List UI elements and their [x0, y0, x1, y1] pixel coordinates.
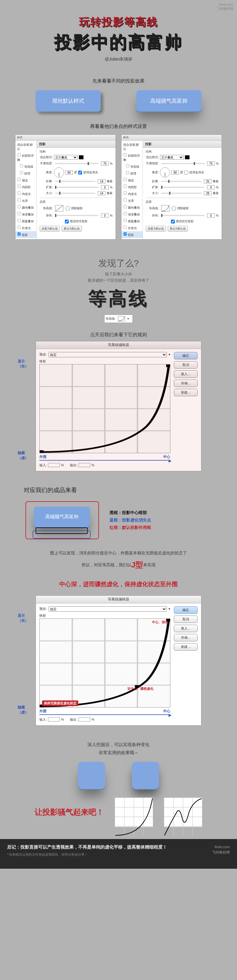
color-swatch[interactable] — [185, 155, 190, 159]
big-contour-text: 等高线 — [0, 286, 237, 311]
preset-select[interactable]: 自定 — [49, 352, 167, 357]
side-item[interactable]: 渐变叠加 — [16, 211, 36, 218]
input-field[interactable] — [48, 718, 60, 722]
antialias-check[interactable] — [66, 207, 70, 210]
contour-graph[interactable]: 中心、深色 近中心、骤然虚化 保持无限接近虚化状态 — [40, 619, 170, 708]
size-input[interactable] — [204, 191, 212, 195]
set-default-button[interactable]: 设置为默认值 — [146, 226, 166, 232]
contour-thumb[interactable] — [55, 205, 63, 212]
hero-author: @Julien朱璘讲 — [0, 57, 237, 62]
editor-title: 等高线编辑器 — [36, 341, 201, 349]
load-button[interactable]: 载入... — [174, 625, 198, 632]
svg-rect-6 — [40, 450, 44, 453]
side-item[interactable]: 混合选项:默认 — [122, 142, 142, 152]
callout-text: 点开后我们来看下它的规则 — [0, 332, 237, 338]
side-item[interactable]: 斜面和浮雕 — [16, 152, 36, 163]
ok-button[interactable]: 确定 — [174, 606, 198, 614]
ok-button[interactable]: 确定 — [174, 352, 198, 360]
save-button[interactable]: 存储... — [174, 634, 198, 641]
gear-icon[interactable]: ▾ — [169, 607, 170, 611]
side-item[interactable]: 混合选项:默认 — [16, 142, 36, 152]
annot-near-center: 近中心、骤然虚化 — [127, 686, 153, 691]
side-item[interactable]: 外发光 — [16, 224, 36, 231]
sample-swatch-2 — [132, 762, 159, 789]
side-item[interactable]: 图案叠加 — [16, 218, 36, 224]
antialias-check[interactable] — [172, 207, 176, 210]
side-item[interactable]: 等高线 — [16, 163, 36, 170]
distance-input[interactable] — [98, 179, 106, 183]
set-default-button[interactable]: 设置为默认值 — [40, 226, 60, 232]
side-item[interactable]: 图案叠加 — [122, 218, 142, 224]
output-field[interactable] — [79, 718, 90, 722]
save-button[interactable]: 存储... — [174, 380, 198, 387]
noise-input[interactable] — [101, 213, 109, 218]
side-item[interactable]: 斜面和浮雕 — [122, 152, 142, 163]
notes: 图上可以发现，消失的部分接近中心，外围基本都在无限临近虚化的状态了 所以，对应等… — [0, 549, 237, 573]
cancel-button[interactable]: 取消 — [174, 361, 198, 369]
global-light-check[interactable] — [184, 171, 188, 175]
side-item[interactable]: 纹理 — [122, 170, 142, 177]
opacity-input[interactable] — [207, 161, 215, 165]
angle-dial[interactable] — [54, 167, 64, 178]
blend-mode-select[interactable]: 正片叠底 — [54, 155, 77, 160]
contour-graph[interactable] — [40, 364, 170, 453]
angle-dial[interactable] — [160, 167, 170, 178]
drop-shadow-header: 投影 — [37, 141, 115, 148]
noise-input[interactable] — [207, 213, 215, 218]
side-item[interactable]: 等高线 — [122, 163, 142, 170]
discover-question: 发现了么? — [0, 257, 237, 269]
angle-input[interactable] — [65, 170, 73, 175]
side-item[interactable]: 描边 — [16, 177, 36, 183]
side-item[interactable]: 渐变叠加 — [122, 211, 142, 218]
layer-style-panel-left: 样式 混合选项:默认 斜面和浮雕 等高线 纹理 描边 内阴影 内发光 光泽 颜色… — [15, 134, 116, 240]
preset-select[interactable]: 自定 — [49, 606, 167, 612]
spread-input[interactable] — [101, 185, 109, 189]
input-field[interactable] — [48, 463, 60, 467]
panels-intro: 再看看他们各自的样式设置 — [0, 124, 237, 130]
contour-editor-1: 显示（实） 隐藏（虚） 等高线编辑器 预设:自定▾ 映射 外围中心 ▶ 输入: … — [36, 341, 201, 471]
knockout-check[interactable] — [65, 220, 69, 223]
side-item-shadow[interactable]: 投影 — [16, 231, 36, 238]
label-show: 显示（实） — [18, 359, 34, 369]
label-hide: 隐藏（虚） — [18, 450, 34, 461]
frame-black — [36, 527, 88, 534]
hero-title: 投影中的高富帅 — [0, 30, 237, 54]
color-swatch[interactable] — [79, 155, 84, 159]
side-item[interactable]: 颜色叠加 — [122, 204, 142, 211]
knockout-check[interactable] — [171, 220, 175, 223]
contour-picker[interactable]: 等高线: ▾ — [104, 315, 133, 323]
opacity-input[interactable] — [101, 161, 109, 165]
side-item[interactable]: 内发光 — [122, 190, 142, 197]
drop-shadow-header: 投影 — [143, 141, 221, 148]
angle-input[interactable] — [171, 170, 179, 175]
new-button[interactable]: 新建... — [174, 643, 198, 651]
side-item[interactable]: 光泽 — [122, 197, 142, 204]
side-item[interactable]: 描边 — [122, 177, 142, 183]
side-item[interactable]: 内发光 — [16, 190, 36, 197]
panel-body: 投影 结构 混合模式:正片叠底 不透明度:% 角度:度使用全局光 距离:像素 扩… — [143, 141, 221, 239]
global-light-check[interactable] — [78, 171, 82, 175]
side-item-shadow[interactable]: 投影 — [122, 231, 142, 238]
reset-default-button[interactable]: 复位为默认值 — [167, 226, 188, 232]
new-button[interactable]: 新建... — [174, 389, 198, 396]
output-field[interactable] — [79, 463, 90, 467]
contour-editor-2: 显示（实） 隐藏（虚） 等高线编辑器 预设:自定▾ 映射 中心、深色 近中心、骤… — [36, 595, 201, 725]
spread-input[interactable] — [207, 185, 215, 189]
load-button[interactable]: 载入... — [174, 371, 198, 378]
side-item[interactable]: 外发光 — [122, 224, 142, 231]
contour-thumb[interactable] — [161, 205, 169, 212]
style-side-list: 混合选项:默认 斜面和浮雕 等高线 纹理 描边 内阴影 内发光 光泽 颜色叠加 … — [16, 141, 37, 239]
side-item[interactable]: 纹理 — [16, 170, 36, 177]
distance-input[interactable] — [204, 179, 212, 183]
demo-button-flat: 屌丝默认样式 — [36, 90, 101, 111]
side-item[interactable]: 内阴影 — [122, 183, 142, 190]
style-side-list: 混合选项:默认 斜面和浮雕 等高线 纹理 描边 内阴影 内发光 光泽 颜色叠加 … — [122, 141, 143, 239]
gear-icon[interactable]: ▾ — [169, 353, 170, 356]
side-item[interactable]: 颜色叠加 — [16, 204, 36, 211]
side-item[interactable]: 内阴影 — [16, 183, 36, 190]
cancel-button[interactable]: 取消 — [174, 616, 198, 623]
side-item[interactable]: 光泽 — [16, 197, 36, 204]
reset-default-button[interactable]: 复位为默认值 — [62, 226, 82, 232]
blend-mode-select[interactable]: 正片叠底 — [160, 155, 184, 160]
size-input[interactable] — [98, 191, 106, 195]
